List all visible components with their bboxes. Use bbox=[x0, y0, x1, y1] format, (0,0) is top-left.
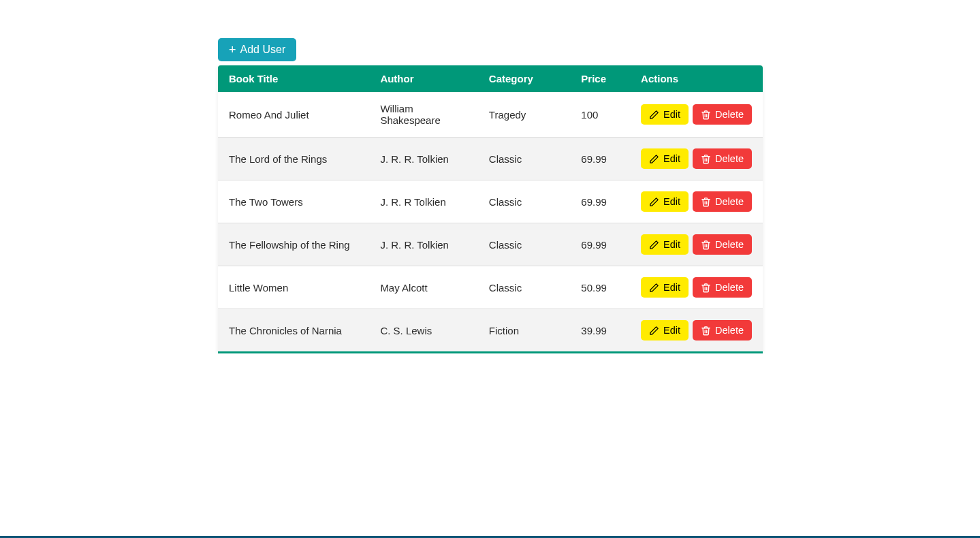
header-title: Book Title bbox=[218, 65, 369, 92]
cell-price: 69.99 bbox=[570, 138, 630, 180]
delete-label: Delete bbox=[715, 325, 744, 336]
edit-button[interactable]: Edit bbox=[641, 277, 689, 298]
edit-label: Edit bbox=[663, 153, 680, 164]
cell-price: 100 bbox=[570, 92, 630, 138]
header-actions: Actions bbox=[630, 65, 763, 92]
cell-actions: EditDelete bbox=[630, 92, 763, 138]
cell-title: The Lord of the Rings bbox=[218, 138, 369, 180]
edit-button[interactable]: Edit bbox=[641, 320, 689, 341]
edit-label: Edit bbox=[663, 109, 680, 120]
edit-label: Edit bbox=[663, 325, 680, 336]
edit-button[interactable]: Edit bbox=[641, 104, 689, 125]
pencil-icon bbox=[649, 154, 659, 164]
delete-button[interactable]: Delete bbox=[693, 277, 752, 298]
table-row: The Fellowship of the RingJ. R. R. Tolki… bbox=[218, 223, 763, 266]
delete-label: Delete bbox=[715, 153, 744, 164]
table-row: Romeo And JulietWilliam ShakespeareTrage… bbox=[218, 92, 763, 138]
add-user-button[interactable]: + Add User bbox=[218, 38, 296, 61]
delete-button[interactable]: Delete bbox=[693, 148, 752, 169]
cell-price: 69.99 bbox=[570, 223, 630, 266]
delete-label: Delete bbox=[715, 282, 744, 293]
edit-label: Edit bbox=[663, 239, 680, 250]
delete-button[interactable]: Delete bbox=[693, 320, 752, 341]
cell-actions: EditDelete bbox=[630, 180, 763, 223]
edit-button[interactable]: Edit bbox=[641, 191, 689, 212]
cell-actions: EditDelete bbox=[630, 223, 763, 266]
cell-price: 39.99 bbox=[570, 309, 630, 353]
header-price: Price bbox=[570, 65, 630, 92]
trash-icon bbox=[701, 197, 711, 207]
cell-title: Little Women bbox=[218, 266, 369, 309]
table-header-row: Book Title Author Category Price Actions bbox=[218, 65, 763, 92]
table-row: The Lord of the RingsJ. R. R. TolkienCla… bbox=[218, 138, 763, 180]
trash-icon bbox=[701, 110, 711, 120]
cell-actions: EditDelete bbox=[630, 309, 763, 353]
cell-author: William Shakespeare bbox=[369, 92, 477, 138]
cell-title: Romeo And Juliet bbox=[218, 92, 369, 138]
pencil-icon bbox=[649, 240, 659, 250]
cell-author: J. R. R. Tolkien bbox=[369, 223, 477, 266]
cell-author: May Alcott bbox=[369, 266, 477, 309]
trash-icon bbox=[701, 154, 711, 164]
cell-category: Classic bbox=[478, 138, 570, 180]
edit-label: Edit bbox=[663, 196, 680, 207]
delete-label: Delete bbox=[715, 196, 744, 207]
pencil-icon bbox=[649, 283, 659, 293]
edit-button[interactable]: Edit bbox=[641, 234, 689, 255]
cell-category: Classic bbox=[478, 223, 570, 266]
pencil-icon bbox=[649, 326, 659, 336]
header-author: Author bbox=[369, 65, 477, 92]
cell-price: 69.99 bbox=[570, 180, 630, 223]
trash-icon bbox=[701, 240, 711, 250]
delete-button[interactable]: Delete bbox=[693, 234, 752, 255]
edit-label: Edit bbox=[663, 282, 680, 293]
cell-title: The Chronicles of Narnia bbox=[218, 309, 369, 353]
cell-title: The Two Towers bbox=[218, 180, 369, 223]
cell-author: C. S. Lewis bbox=[369, 309, 477, 353]
books-table: Book Title Author Category Price Actions… bbox=[218, 65, 763, 353]
header-category: Category bbox=[478, 65, 570, 92]
table-row: Little WomenMay AlcottClassic50.99EditDe… bbox=[218, 266, 763, 309]
trash-icon bbox=[701, 283, 711, 293]
table-row: The Chronicles of NarniaC. S. LewisFicti… bbox=[218, 309, 763, 353]
pencil-icon bbox=[649, 197, 659, 207]
cell-category: Tragedy bbox=[478, 92, 570, 138]
delete-button[interactable]: Delete bbox=[693, 104, 752, 125]
pencil-icon bbox=[649, 110, 659, 120]
cell-title: The Fellowship of the Ring bbox=[218, 223, 369, 266]
cell-author: J. R. R Tolkien bbox=[369, 180, 477, 223]
plus-icon: + bbox=[229, 44, 236, 56]
cell-category: Classic bbox=[478, 266, 570, 309]
delete-button[interactable]: Delete bbox=[693, 191, 752, 212]
delete-label: Delete bbox=[715, 239, 744, 250]
cell-actions: EditDelete bbox=[630, 266, 763, 309]
edit-button[interactable]: Edit bbox=[641, 148, 689, 169]
cell-category: Fiction bbox=[478, 309, 570, 353]
cell-category: Classic bbox=[478, 180, 570, 223]
cell-price: 50.99 bbox=[570, 266, 630, 309]
trash-icon bbox=[701, 326, 711, 336]
table-row: The Two TowersJ. R. R TolkienClassic69.9… bbox=[218, 180, 763, 223]
add-user-label: Add User bbox=[240, 44, 286, 56]
cell-author: J. R. R. Tolkien bbox=[369, 138, 477, 180]
delete-label: Delete bbox=[715, 109, 744, 120]
cell-actions: EditDelete bbox=[630, 138, 763, 180]
